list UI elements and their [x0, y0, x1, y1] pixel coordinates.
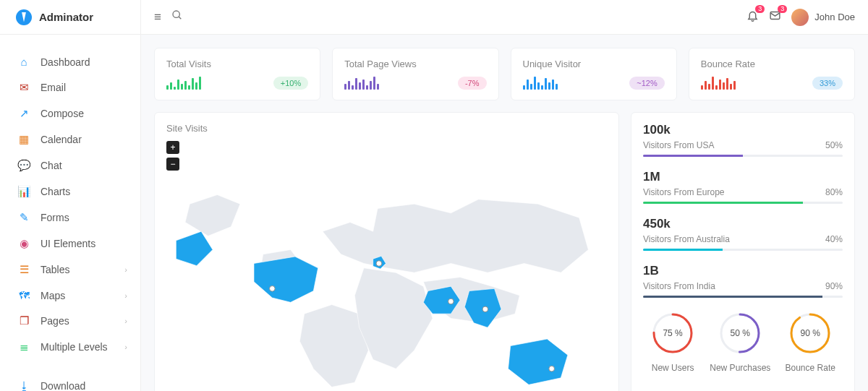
sidebar-item-compose[interactable]: ↗Compose: [0, 100, 140, 126]
sidebar-item-chat[interactable]: 💬Chat: [0, 152, 140, 179]
sidebar-item-email[interactable]: ✉Email: [0, 74, 140, 100]
trend-pill: ~12%: [629, 77, 664, 90]
chevron-right-icon: ›: [124, 343, 127, 351]
stat-card: Bounce Rate33%: [689, 48, 855, 100]
nav-label: Forms: [41, 212, 69, 223]
search-icon[interactable]: [171, 9, 183, 25]
gauge-label: New Users: [652, 363, 694, 373]
stat-value: 1B: [643, 264, 843, 278]
nav-icon: 📊: [17, 185, 30, 198]
gauge-circle: 90 %: [788, 311, 833, 356]
sidebar-item-download[interactable]: ⭳Download: [0, 373, 140, 391]
chevron-right-icon: ›: [124, 291, 127, 300]
trend-pill: 33%: [812, 77, 843, 90]
nav-label: Charts: [41, 186, 70, 197]
nav-list: ⌂Dashboard✉Email↗Compose▦Calendar💬Chat📊C…: [0, 35, 140, 391]
sidebar-item-dashboard[interactable]: ⌂Dashboard: [0, 49, 140, 74]
svg-point-0: [173, 11, 179, 17]
sparkline: [701, 74, 736, 90]
svg-point-3: [270, 286, 276, 292]
nav-icon: 🗺: [17, 289, 30, 301]
gauge-label: Bounce Rate: [786, 363, 835, 373]
menu-toggle-icon[interactable]: ≡: [154, 10, 161, 25]
stat-label: Visitors From Australia: [643, 234, 730, 244]
bell-icon[interactable]: 3: [746, 9, 759, 25]
stat-card: Total Page Views-7%: [332, 48, 498, 100]
gauge: 90 %Bounce Rate: [786, 311, 835, 373]
mail-icon[interactable]: 3: [769, 9, 781, 25]
sidebar-item-calendar[interactable]: ▦Calendar: [0, 126, 140, 152]
nav-label: Calendar: [41, 134, 82, 145]
nav-label: Pages: [41, 315, 69, 327]
stat-pct: 50%: [825, 140, 843, 150]
svg-line-1: [179, 17, 181, 19]
progress-bar: [643, 249, 843, 251]
world-map[interactable]: [166, 175, 607, 391]
mail-badge: 3: [778, 5, 787, 13]
svg-point-6: [482, 306, 488, 312]
site-visits-panel: Site Visits + −: [154, 112, 619, 391]
visitor-stat: 100kVisitors From USA50%: [643, 123, 843, 157]
svg-point-4: [376, 261, 382, 267]
download-icon: ⭳: [17, 379, 30, 391]
nav-label: Tables: [41, 264, 69, 275]
nav-label: Maps: [41, 290, 65, 301]
stat-label: Visitors From India: [643, 281, 715, 291]
stat-pct: 90%: [825, 281, 843, 291]
sidebar-item-maps[interactable]: 🗺Maps›: [0, 283, 140, 308]
visitors-stats-panel: 100kVisitors From USA50%1MVisitors From …: [631, 112, 855, 391]
gauge-pct: 50 %: [718, 311, 762, 356]
visitor-stat: 450kVisitors From Australia40%: [643, 217, 843, 251]
chevron-right-icon: ›: [124, 317, 127, 325]
nav-label: Compose: [41, 108, 84, 119]
nav-label: Download: [41, 380, 85, 392]
progress-bar: [643, 202, 843, 204]
nav-icon: ▦: [17, 133, 30, 146]
stat-label: Visitors From Europe: [643, 187, 724, 197]
sidebar: Adminator ⌂Dashboard✉Email↗Compose▦Calen…: [0, 0, 141, 391]
brand-block[interactable]: Adminator: [0, 0, 140, 35]
sidebar-item-ui-elements[interactable]: ◉UI Elements: [0, 231, 140, 257]
stat-cards-row: Total Visits+10%Total Page Views-7%Uniqu…: [154, 48, 855, 100]
logo-icon: [16, 9, 32, 25]
nav-icon: ⌂: [17, 56, 30, 68]
nav-icon: ❐: [17, 314, 30, 327]
sidebar-item-tables[interactable]: ☰Tables›: [0, 257, 140, 283]
progress-bar: [643, 155, 843, 157]
nav-icon: ↗: [17, 107, 30, 120]
trend-pill: +10%: [273, 77, 308, 90]
gauge-circle: 75 %: [650, 311, 695, 356]
card-title: Total Visits: [166, 59, 308, 69]
sparkline: [523, 74, 558, 90]
chevron-right-icon: ›: [124, 265, 127, 274]
sidebar-item-forms[interactable]: ✎Forms: [0, 205, 140, 231]
trend-pill: -7%: [458, 77, 487, 90]
gauge: 50 %New Purchases: [710, 311, 770, 373]
visitor-stat: 1BVisitors From India90%: [643, 264, 843, 298]
sidebar-item-pages[interactable]: ❐Pages›: [0, 308, 140, 334]
zoom-out-button[interactable]: −: [166, 158, 179, 171]
nav-icon: ◉: [17, 237, 30, 250]
nav-icon: ≣: [17, 340, 30, 353]
stat-pct: 40%: [825, 234, 843, 244]
nav-icon: ☰: [17, 263, 30, 276]
nav-label: Multiple Levels: [41, 341, 108, 353]
user-menu[interactable]: John Doe: [791, 9, 855, 26]
sidebar-item-charts[interactable]: 📊Charts: [0, 179, 140, 205]
notif-badge: 3: [755, 5, 765, 13]
user-name: John Doe: [814, 12, 855, 22]
nav-label: UI Elements: [41, 238, 95, 249]
nav-label: Dashboard: [41, 56, 90, 68]
nav-label: Chat: [41, 160, 62, 171]
sidebar-item-multiple-levels[interactable]: ≣Multiple Levels›: [0, 334, 140, 360]
stat-value: 450k: [643, 217, 843, 231]
nav-icon: ✉: [17, 81, 30, 94]
zoom-in-button[interactable]: +: [166, 141, 179, 154]
card-title: Total Page Views: [344, 59, 486, 69]
sparkline: [166, 74, 201, 90]
stat-value: 100k: [643, 123, 843, 137]
svg-point-7: [549, 366, 555, 371]
progress-bar: [643, 296, 843, 298]
gauge-label: New Purchases: [710, 363, 770, 373]
brand-name: Adminator: [39, 11, 93, 23]
